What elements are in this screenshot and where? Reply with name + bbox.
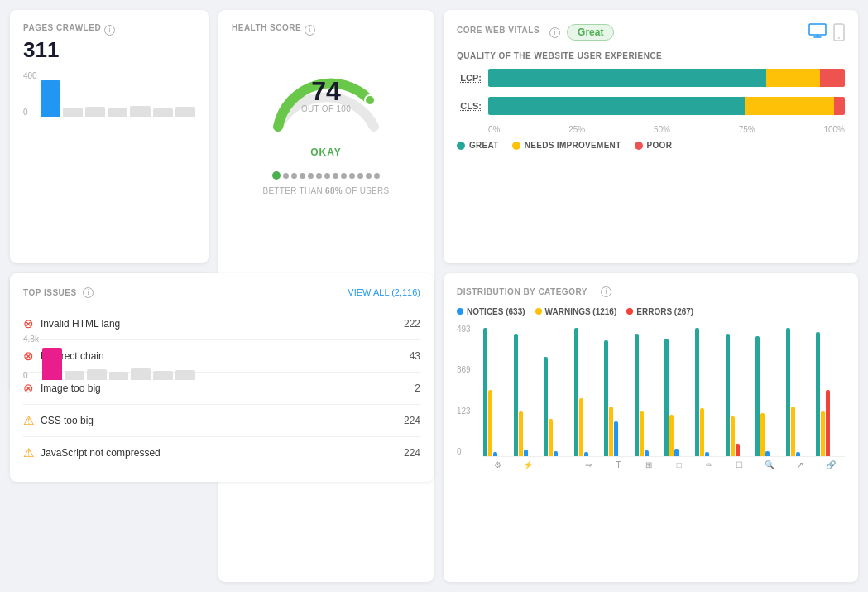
dist-col bbox=[664, 324, 693, 456]
chart-bar bbox=[108, 108, 127, 117]
dist-bar bbox=[483, 328, 487, 456]
issues-header: TOP ISSUES i VIEW ALL (2,116) bbox=[23, 286, 420, 298]
dist-bar bbox=[579, 398, 583, 456]
dist-legend-item: WARNINGS (1216) bbox=[535, 307, 617, 316]
dist-x-icon: ⚡ bbox=[514, 460, 543, 469]
cwv-badge: Great bbox=[567, 24, 614, 41]
dist-bar bbox=[549, 419, 553, 456]
issue-count: 224 bbox=[404, 415, 420, 426]
legend-label: POOR bbox=[647, 141, 673, 150]
gauge-value: 74 OUT OF 100 bbox=[301, 78, 351, 113]
metric-row-cls: CLS: bbox=[457, 97, 845, 115]
dist-col bbox=[695, 324, 724, 456]
mobile-icon[interactable] bbox=[833, 23, 845, 41]
issue-row[interactable]: ⚠ CSS too big 224 bbox=[23, 405, 420, 437]
progress-dot bbox=[374, 173, 380, 179]
legend-item: NEEDS IMPROVEMENT bbox=[512, 141, 621, 150]
issue-count: 224 bbox=[404, 447, 420, 459]
progress-dot bbox=[272, 171, 281, 180]
cwv-x-axis: 0%25%50%75%100% bbox=[488, 125, 845, 134]
dist-bar bbox=[674, 449, 679, 456]
error-icon: ⊗ bbox=[23, 381, 34, 396]
dist-x-icon: T bbox=[604, 460, 633, 469]
health-score-info[interactable]: i bbox=[305, 25, 315, 36]
legend-item: POOR bbox=[635, 141, 673, 150]
chart-bar bbox=[65, 371, 84, 380]
dist-bar bbox=[524, 450, 528, 456]
dist-bar bbox=[826, 390, 830, 456]
dist-legend-item: ERRORS (267) bbox=[626, 307, 693, 316]
chart-bar bbox=[63, 108, 83, 117]
issue-row[interactable]: ⚠ JavaScript not compressed 224 bbox=[23, 437, 420, 469]
dist-col bbox=[635, 324, 664, 456]
dist-bar bbox=[519, 411, 523, 456]
dist-x-icon: ⇒ bbox=[574, 460, 603, 469]
issue-count: 2 bbox=[415, 383, 420, 394]
chart-bar bbox=[130, 106, 150, 117]
dist-legend-dot bbox=[457, 308, 463, 315]
legend-dot bbox=[512, 142, 520, 150]
health-score-label: HEALTH SCORE bbox=[232, 23, 301, 32]
dist-bar bbox=[609, 407, 613, 456]
dist-x-icon: ↗ bbox=[786, 460, 815, 469]
pages-crawled-info[interactable]: i bbox=[104, 25, 115, 36]
cwv-label: CORE WEB VITALS bbox=[457, 26, 540, 35]
dist-bar bbox=[514, 334, 518, 456]
dist-info[interactable]: i bbox=[601, 286, 611, 297]
dist-bar bbox=[544, 357, 548, 456]
chart-bar bbox=[41, 80, 60, 117]
dist-bar bbox=[669, 415, 674, 456]
device-icons bbox=[808, 23, 845, 41]
warning-icon: ⚠ bbox=[23, 413, 34, 428]
desktop-icon[interactable] bbox=[808, 23, 827, 38]
health-gauge: 74 OUT OF 100 bbox=[260, 44, 392, 143]
dist-bar bbox=[635, 334, 639, 456]
dist-y-labels: 4933691230 bbox=[457, 325, 471, 457]
pages-crawled-card: PAGES CRAWLED i 311 4000 bbox=[10, 10, 209, 263]
issues-list: ⊗ Invalid HTML lang 222 ⊗ Redirect chain… bbox=[23, 308, 420, 469]
metric-segment bbox=[488, 97, 745, 115]
dist-legend-label: NOTICES (633) bbox=[467, 307, 525, 316]
dist-y-label: 123 bbox=[457, 407, 471, 416]
dist-col bbox=[574, 324, 603, 456]
chart-bar bbox=[153, 108, 173, 117]
metric-bar-cls bbox=[488, 97, 845, 115]
legend-item: GREAT bbox=[457, 141, 499, 150]
x-axis-label: 50% bbox=[654, 125, 670, 134]
dist-bar bbox=[604, 340, 608, 456]
cwv-subtitle: QUALITY OF THE WEBSITE USER EXPERIENCE bbox=[457, 51, 845, 60]
legend-label: GREAT bbox=[469, 141, 499, 150]
gauge-number: 74 bbox=[301, 78, 351, 104]
metric-segment bbox=[488, 69, 766, 87]
dist-bar bbox=[614, 421, 618, 456]
issue-name: JavaScript not compressed bbox=[41, 447, 161, 459]
metric-segment bbox=[834, 97, 845, 115]
metric-segment bbox=[766, 69, 820, 87]
view-all-link[interactable]: VIEW ALL (2,116) bbox=[348, 287, 420, 297]
dist-legend-item: NOTICES (633) bbox=[457, 307, 525, 316]
dist-bar bbox=[765, 451, 770, 456]
chart-bar bbox=[131, 368, 151, 379]
dist-y-label: 369 bbox=[457, 365, 471, 374]
pages-crawled-label: PAGES CRAWLED bbox=[23, 23, 101, 32]
chart-bar bbox=[175, 370, 195, 380]
dist-bar bbox=[821, 411, 825, 456]
x-axis-label: 100% bbox=[823, 125, 845, 134]
cwv-legend: GREAT NEEDS IMPROVEMENT POOR bbox=[457, 141, 845, 150]
progress-dot bbox=[300, 173, 305, 179]
progress-dots bbox=[272, 171, 380, 180]
progress-dot bbox=[366, 173, 372, 179]
dist-chart-wrapper: 4933691230 ⚙⚡⇒T⊞□✏☐🔍↗🔗 bbox=[457, 325, 845, 469]
issues-info[interactable]: i bbox=[83, 287, 94, 298]
legend-label: NEEDS IMPROVEMENT bbox=[525, 141, 621, 150]
issue-name: Image too big bbox=[41, 383, 101, 394]
dist-legend-label: WARNINGS (1216) bbox=[545, 307, 617, 316]
urls-found-chart: 4.8k0 bbox=[23, 335, 195, 380]
dist-legend-label: ERRORS (267) bbox=[636, 307, 693, 316]
dist-bar bbox=[786, 328, 790, 456]
dist-header: DISTRIBUTION BY CATEGORY i NOTICES (633)… bbox=[457, 286, 845, 316]
progress-dot bbox=[316, 173, 322, 179]
dist-bar bbox=[816, 332, 820, 456]
cwv-info[interactable]: i bbox=[549, 27, 560, 38]
legend-dot bbox=[457, 142, 465, 150]
